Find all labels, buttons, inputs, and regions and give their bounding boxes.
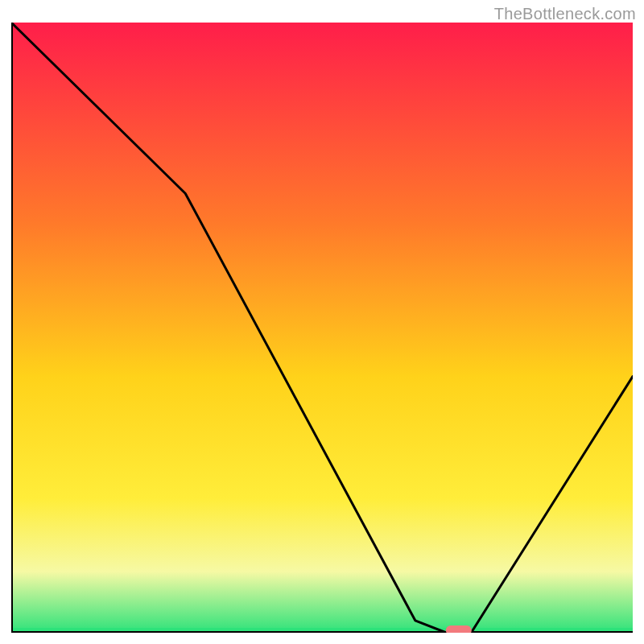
chart-stage: TheBottleneck.com bbox=[0, 0, 644, 644]
plot-area bbox=[11, 23, 633, 633]
chart-svg bbox=[11, 23, 633, 633]
watermark-text: TheBottleneck.com bbox=[494, 5, 636, 23]
optimal-marker bbox=[446, 625, 472, 633]
